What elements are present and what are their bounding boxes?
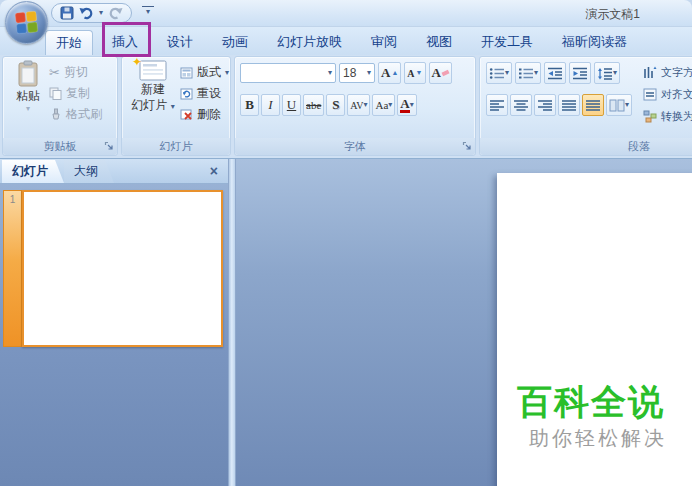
- convert-to-smartart-button[interactable]: 转换为S: [643, 105, 692, 127]
- slide-number-strip: 1: [3, 190, 22, 347]
- underline-button[interactable]: U: [282, 94, 301, 116]
- slide-page[interactable]: 百科全说 助你轻松解决: [497, 173, 692, 486]
- font-color-button[interactable]: A▾: [397, 94, 416, 116]
- paste-label: 粘贴: [16, 88, 40, 105]
- tab-review[interactable]: 审阅: [361, 30, 407, 55]
- clipboard-dialog-launcher-icon[interactable]: [104, 141, 115, 152]
- slides-outline-pane: 幻灯片 大纲 × 1: [0, 159, 228, 486]
- columns-icon: [609, 99, 625, 112]
- layout-button[interactable]: 版式 ▾: [180, 62, 229, 83]
- office-button[interactable]: [5, 1, 48, 44]
- tab-foxit-reader[interactable]: 福昕阅读器: [552, 30, 637, 55]
- pane-close-icon[interactable]: ×: [210, 164, 218, 178]
- justify-button[interactable]: [558, 94, 580, 116]
- pane-splitter[interactable]: [228, 159, 236, 486]
- text-direction-icon: [643, 66, 657, 79]
- line-spacing-button[interactable]: ▾: [594, 62, 620, 84]
- bold-button[interactable]: B: [240, 94, 259, 116]
- font-size-dropdown-icon: ▾: [364, 69, 371, 77]
- font-size-combobox[interactable]: 18 ▾: [339, 63, 375, 83]
- columns-button[interactable]: ▾: [606, 94, 632, 116]
- cut-button[interactable]: ✂ 剪切: [49, 62, 102, 83]
- numbering-button[interactable]: ▾: [515, 62, 541, 84]
- align-center-button[interactable]: [510, 94, 532, 116]
- decrease-indent-icon: [547, 67, 563, 80]
- align-text-icon: [643, 88, 657, 101]
- group-paragraph: ▾ ▾ ▾: [479, 56, 692, 156]
- bullets-button[interactable]: ▾: [486, 62, 512, 84]
- bullets-icon: [489, 67, 505, 80]
- increase-indent-icon: [572, 67, 588, 80]
- eraser-icon: [441, 70, 449, 77]
- reset-icon: [180, 88, 193, 100]
- new-slide-icon: [139, 60, 167, 81]
- strikethrough-button[interactable]: abe: [303, 94, 324, 116]
- align-text-button[interactable]: 对齐文本: [643, 83, 692, 105]
- distribute-text-button[interactable]: [582, 94, 604, 116]
- undo-icon[interactable]: [79, 6, 94, 20]
- group-slides: ✦ 新建 幻灯片 ▾ 版式 ▾ 重设 删除: [121, 56, 231, 156]
- slide-number: 1: [10, 194, 16, 205]
- watermark-subtitle: 助你轻松解决: [529, 425, 667, 452]
- save-icon[interactable]: [60, 6, 74, 20]
- font-color-dropdown-icon: ▾: [410, 101, 414, 109]
- tab-slideshow[interactable]: 幻灯片放映: [267, 30, 352, 55]
- text-direction-button[interactable]: 文字方向: [643, 61, 692, 83]
- format-painter-button[interactable]: 格式刷: [49, 104, 102, 125]
- font-color-icon: A: [400, 98, 409, 113]
- redo-icon: [108, 6, 123, 20]
- undo-dropdown-icon[interactable]: ▾: [99, 9, 103, 17]
- new-slide-label-1: 新建: [141, 81, 165, 97]
- pane-tab-slides[interactable]: 幻灯片: [2, 160, 64, 183]
- decrease-indent-button[interactable]: [544, 62, 566, 84]
- tab-design[interactable]: 设计: [157, 30, 203, 55]
- grow-font-button[interactable]: A▲: [378, 62, 401, 84]
- tab-animations[interactable]: 动画: [212, 30, 258, 55]
- new-slide-button[interactable]: ✦ 新建 幻灯片 ▾: [128, 60, 178, 113]
- pane-tab-outline[interactable]: 大纲: [64, 160, 114, 183]
- copy-button[interactable]: 复制: [49, 83, 102, 104]
- character-spacing-button[interactable]: AV▾: [347, 94, 370, 116]
- customize-qat-icon[interactable]: ▾: [142, 6, 154, 17]
- tab-home[interactable]: 开始: [45, 30, 93, 55]
- ribbon: 粘贴 ▾ ✂ 剪切 复制 格式刷 剪贴板: [0, 55, 692, 159]
- align-right-button[interactable]: [534, 94, 556, 116]
- align-left-button[interactable]: [486, 94, 508, 116]
- layout-dropdown-icon: ▾: [225, 69, 229, 77]
- paste-icon: [17, 60, 39, 88]
- tutorial-highlight-box: [102, 22, 151, 57]
- office-logo-icon: [15, 11, 38, 34]
- layout-icon: [180, 67, 193, 79]
- reset-button[interactable]: 重设: [180, 83, 229, 104]
- group-clipboard: 粘贴 ▾ ✂ 剪切 复制 格式刷 剪贴板: [2, 56, 118, 156]
- powerpoint-window: 演示文稿1 ▾ ▾ 开始 插入 设计 动画 幻灯片放映 审阅 视图 开发工具 福…: [0, 0, 692, 486]
- group-font: ▾ 18 ▾ A▲ A▼ A B I U abe S AV▾ Aa▾ A▾: [234, 56, 476, 156]
- font-size-value: 18: [343, 66, 356, 80]
- slide-editing-area: 百科全说 助你轻松解决: [236, 159, 692, 486]
- scissors-icon: ✂: [49, 66, 60, 79]
- line-spacing-icon: [597, 67, 613, 80]
- numbering-icon: [518, 67, 534, 80]
- font-dialog-launcher-icon[interactable]: [462, 141, 473, 152]
- clipboard-group-label: 剪贴板: [3, 138, 117, 155]
- smartart-icon: [643, 110, 657, 123]
- spacing-dropdown-icon: ▾: [363, 101, 367, 109]
- window-title: 演示文稿1: [585, 6, 640, 23]
- increase-indent-button[interactable]: [569, 62, 591, 84]
- font-name-combobox[interactable]: ▾: [240, 63, 336, 83]
- text-shadow-button[interactable]: S: [326, 94, 345, 116]
- brush-icon: [49, 108, 62, 121]
- paste-button[interactable]: 粘贴 ▾: [8, 60, 48, 113]
- delete-slide-button[interactable]: 删除: [180, 104, 229, 125]
- shrink-font-button[interactable]: A▼: [404, 62, 425, 84]
- slide-thumbnail[interactable]: [22, 190, 223, 347]
- copy-icon: [49, 87, 62, 100]
- paste-dropdown-icon[interactable]: ▾: [26, 105, 30, 113]
- change-case-button[interactable]: Aa▾: [372, 94, 395, 116]
- tab-view[interactable]: 视图: [416, 30, 462, 55]
- tab-developer[interactable]: 开发工具: [471, 30, 543, 55]
- clear-formatting-button[interactable]: A: [429, 62, 452, 84]
- quick-access-toolbar: ▾: [51, 3, 132, 23]
- delete-icon: [180, 109, 193, 121]
- italic-button[interactable]: I: [261, 94, 280, 116]
